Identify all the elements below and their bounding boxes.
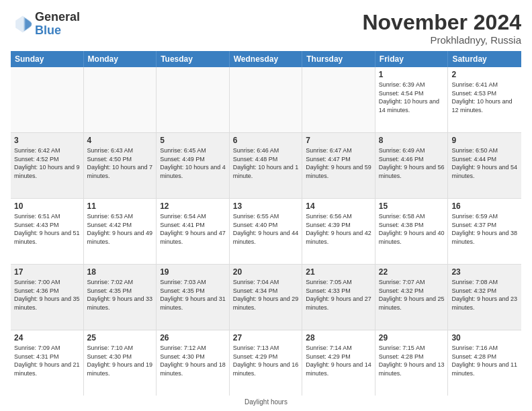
header-day-tuesday: Tuesday (157, 51, 230, 67)
table-row: 20Sunrise: 7:04 AM Sunset: 4:34 PM Dayli… (230, 265, 303, 330)
table-row: 27Sunrise: 7:13 AM Sunset: 4:29 PM Dayli… (230, 330, 303, 396)
cell-info: Sunrise: 7:10 AM Sunset: 4:30 PM Dayligh… (87, 344, 153, 377)
cell-info: Sunrise: 6:39 AM Sunset: 4:54 PM Dayligh… (379, 81, 445, 114)
day-number: 5 (160, 136, 226, 145)
cell-info: Sunrise: 7:00 AM Sunset: 4:36 PM Dayligh… (14, 278, 80, 312)
header-day-sunday: Sunday (11, 51, 84, 67)
cell-info: Sunrise: 7:04 AM Sunset: 4:34 PM Dayligh… (233, 278, 299, 312)
day-number: 23 (451, 267, 518, 277)
calendar-row-4: 17Sunrise: 7:00 AM Sunset: 4:36 PM Dayli… (11, 265, 521, 330)
calendar-body: 1Sunrise: 6:39 AM Sunset: 4:54 PM Daylig… (11, 67, 521, 396)
table-row: 7Sunrise: 6:47 AM Sunset: 4:47 PM Daylig… (302, 133, 375, 198)
cell-info: Sunrise: 7:14 AM Sunset: 4:29 PM Dayligh… (306, 344, 371, 377)
logo-general-text: General (35, 11, 80, 24)
day-number: 26 (160, 333, 226, 342)
day-number: 16 (451, 201, 518, 211)
cell-info: Sunrise: 6:54 AM Sunset: 4:41 PM Dayligh… (160, 212, 226, 246)
header-day-thursday: Thursday (302, 51, 375, 67)
cell-info: Sunrise: 6:43 AM Sunset: 4:50 PM Dayligh… (87, 146, 153, 180)
day-number: 10 (14, 201, 80, 211)
table-row: 1Sunrise: 6:39 AM Sunset: 4:54 PM Daylig… (375, 67, 449, 132)
cell-info: Sunrise: 7:12 AM Sunset: 4:30 PM Dayligh… (160, 344, 226, 377)
logo-icon (11, 13, 32, 35)
header-day-monday: Monday (84, 51, 157, 67)
header: General Blue November 2024 Prokhladnyy, … (11, 11, 521, 46)
table-row (157, 67, 230, 132)
header-day-friday: Friday (375, 51, 449, 67)
month-title: November 2024 (362, 11, 521, 34)
day-number: 30 (451, 333, 518, 342)
day-number: 11 (87, 201, 153, 211)
table-row: 29Sunrise: 7:15 AM Sunset: 4:28 PM Dayli… (375, 330, 449, 396)
day-number: 24 (14, 333, 80, 342)
table-row (11, 67, 84, 132)
calendar-page: General Blue November 2024 Prokhladnyy, … (0, 0, 532, 411)
calendar-row-1: 1Sunrise: 6:39 AM Sunset: 4:54 PM Daylig… (11, 67, 521, 133)
cell-info: Sunrise: 7:03 AM Sunset: 4:35 PM Dayligh… (160, 278, 226, 312)
location: Prokhladnyy, Russia (362, 34, 521, 46)
table-row (230, 67, 303, 132)
day-number: 28 (306, 333, 371, 342)
cell-info: Sunrise: 6:50 AM Sunset: 4:44 PM Dayligh… (451, 146, 518, 180)
table-row (302, 67, 375, 132)
table-row: 4Sunrise: 6:43 AM Sunset: 4:50 PM Daylig… (84, 133, 157, 198)
calendar-row-3: 10Sunrise: 6:51 AM Sunset: 4:43 PM Dayli… (11, 199, 521, 265)
logo: General Blue (11, 11, 80, 38)
cell-info: Sunrise: 7:07 AM Sunset: 4:32 PM Dayligh… (379, 278, 445, 312)
calendar-row-5: 24Sunrise: 7:09 AM Sunset: 4:31 PM Dayli… (11, 330, 521, 396)
day-number: 13 (233, 201, 299, 211)
cell-info: Sunrise: 6:51 AM Sunset: 4:43 PM Dayligh… (14, 212, 80, 246)
table-row: 14Sunrise: 6:56 AM Sunset: 4:39 PM Dayli… (302, 199, 375, 264)
logo-blue-text: Blue (35, 24, 80, 38)
cell-info: Sunrise: 7:02 AM Sunset: 4:35 PM Dayligh… (87, 278, 153, 312)
table-row: 5Sunrise: 6:45 AM Sunset: 4:49 PM Daylig… (157, 133, 230, 198)
cell-info: Sunrise: 6:53 AM Sunset: 4:42 PM Dayligh… (87, 212, 153, 246)
table-row: 18Sunrise: 7:02 AM Sunset: 4:35 PM Dayli… (84, 265, 157, 330)
day-number: 19 (160, 267, 226, 277)
day-number: 15 (379, 201, 445, 211)
cell-info: Sunrise: 6:42 AM Sunset: 4:52 PM Dayligh… (14, 146, 80, 180)
day-number: 1 (379, 70, 445, 79)
cell-info: Sunrise: 7:13 AM Sunset: 4:29 PM Dayligh… (233, 344, 299, 377)
table-row: 9Sunrise: 6:50 AM Sunset: 4:44 PM Daylig… (448, 133, 521, 198)
calendar: SundayMondayTuesdayWednesdayThursdayFrid… (11, 51, 521, 396)
table-row: 22Sunrise: 7:07 AM Sunset: 4:32 PM Dayli… (375, 265, 449, 330)
table-row: 6Sunrise: 6:46 AM Sunset: 4:48 PM Daylig… (230, 133, 303, 198)
cell-info: Sunrise: 6:55 AM Sunset: 4:40 PM Dayligh… (233, 212, 299, 246)
day-number: 17 (14, 267, 80, 277)
day-number: 12 (160, 201, 226, 211)
cell-info: Sunrise: 7:08 AM Sunset: 4:32 PM Dayligh… (451, 278, 518, 312)
cell-info: Sunrise: 6:45 AM Sunset: 4:49 PM Dayligh… (160, 146, 226, 180)
cell-info: Sunrise: 7:05 AM Sunset: 4:33 PM Dayligh… (306, 278, 371, 312)
day-number: 22 (379, 267, 445, 277)
cell-info: Sunrise: 6:47 AM Sunset: 4:47 PM Dayligh… (306, 146, 371, 180)
day-number: 8 (379, 136, 445, 145)
day-number: 18 (87, 267, 153, 277)
day-number: 14 (306, 201, 371, 211)
cell-info: Sunrise: 7:15 AM Sunset: 4:28 PM Dayligh… (379, 344, 445, 377)
day-number: 7 (306, 136, 371, 145)
day-number: 25 (87, 333, 153, 342)
table-row: 17Sunrise: 7:00 AM Sunset: 4:36 PM Dayli… (11, 265, 84, 330)
table-row: 8Sunrise: 6:49 AM Sunset: 4:46 PM Daylig… (375, 133, 449, 198)
table-row: 12Sunrise: 6:54 AM Sunset: 4:41 PM Dayli… (157, 199, 230, 264)
table-row: 3Sunrise: 6:42 AM Sunset: 4:52 PM Daylig… (11, 133, 84, 198)
table-row (84, 67, 157, 132)
calendar-header: SundayMondayTuesdayWednesdayThursdayFrid… (11, 51, 521, 67)
day-number: 2 (451, 70, 518, 79)
table-row: 23Sunrise: 7:08 AM Sunset: 4:32 PM Dayli… (448, 265, 521, 330)
table-row: 24Sunrise: 7:09 AM Sunset: 4:31 PM Dayli… (11, 330, 84, 396)
header-day-wednesday: Wednesday (230, 51, 303, 67)
table-row: 2Sunrise: 6:41 AM Sunset: 4:53 PM Daylig… (448, 67, 521, 132)
table-row: 28Sunrise: 7:14 AM Sunset: 4:29 PM Dayli… (302, 330, 375, 396)
cell-info: Sunrise: 7:09 AM Sunset: 4:31 PM Dayligh… (14, 344, 80, 377)
day-number: 6 (233, 136, 299, 145)
day-number: 21 (306, 267, 371, 277)
table-row: 10Sunrise: 6:51 AM Sunset: 4:43 PM Dayli… (11, 199, 84, 264)
cell-info: Sunrise: 7:16 AM Sunset: 4:28 PM Dayligh… (451, 344, 518, 377)
table-row: 26Sunrise: 7:12 AM Sunset: 4:30 PM Dayli… (157, 330, 230, 396)
cell-info: Sunrise: 6:56 AM Sunset: 4:39 PM Dayligh… (306, 212, 371, 246)
table-row: 19Sunrise: 7:03 AM Sunset: 4:35 PM Dayli… (157, 265, 230, 330)
day-number: 20 (233, 267, 299, 277)
title-block: November 2024 Prokhladnyy, Russia (362, 11, 521, 46)
